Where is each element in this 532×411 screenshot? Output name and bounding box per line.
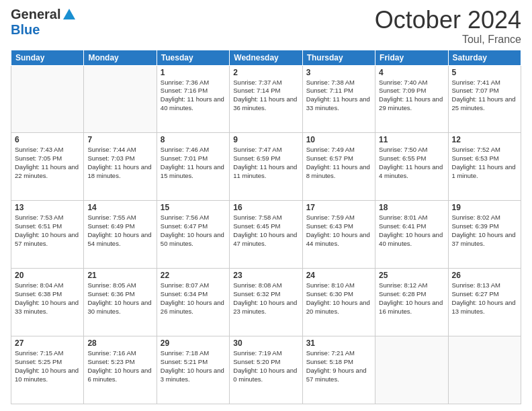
calendar-cell: 23Sunrise: 8:08 AM Sunset: 6:32 PM Dayli…	[230, 269, 302, 336]
month-title: October 2024	[375, 7, 521, 34]
calendar-cell	[448, 336, 521, 404]
day-info: Sunrise: 7:38 AM Sunset: 7:11 PM Dayligh…	[306, 79, 371, 113]
calendar-cell: 17Sunrise: 7:59 AM Sunset: 6:43 PM Dayli…	[302, 201, 375, 269]
day-number: 30	[233, 338, 298, 348]
calendar-cell: 20Sunrise: 8:04 AM Sunset: 6:38 PM Dayli…	[11, 269, 84, 336]
day-number: 29	[161, 338, 226, 348]
page: General Blue October 2024 Toul, France S…	[0, 0, 532, 411]
day-info: Sunrise: 7:46 AM Sunset: 7:01 PM Dayligh…	[161, 146, 226, 180]
week-row-4: 20Sunrise: 8:04 AM Sunset: 6:38 PM Dayli…	[11, 269, 521, 336]
calendar-cell: 5Sunrise: 7:41 AM Sunset: 7:07 PM Daylig…	[448, 65, 521, 133]
calendar-cell: 8Sunrise: 7:46 AM Sunset: 7:01 PM Daylig…	[157, 133, 229, 201]
day-number: 14	[87, 203, 152, 212]
day-info: Sunrise: 8:12 AM Sunset: 6:28 PM Dayligh…	[379, 281, 444, 316]
day-info: Sunrise: 7:41 AM Sunset: 7:07 PM Dayligh…	[452, 79, 517, 113]
day-number: 10	[306, 135, 371, 144]
day-info: Sunrise: 7:55 AM Sunset: 6:49 PM Dayligh…	[87, 214, 152, 248]
day-number: 26	[452, 271, 517, 280]
day-info: Sunrise: 8:07 AM Sunset: 6:34 PM Dayligh…	[161, 281, 226, 316]
day-info: Sunrise: 7:36 AM Sunset: 7:16 PM Dayligh…	[161, 79, 226, 113]
day-info: Sunrise: 7:19 AM Sunset: 5:20 PM Dayligh…	[233, 349, 298, 383]
day-number: 21	[87, 271, 152, 280]
calendar-cell: 3Sunrise: 7:38 AM Sunset: 7:11 PM Daylig…	[302, 65, 375, 133]
header-thursday: Thursday	[302, 50, 375, 65]
calendar: Sunday Monday Tuesday Wednesday Thursday…	[11, 50, 521, 404]
week-row-5: 27Sunrise: 7:15 AM Sunset: 5:25 PM Dayli…	[11, 336, 521, 404]
calendar-cell: 26Sunrise: 8:13 AM Sunset: 6:27 PM Dayli…	[448, 269, 521, 336]
day-number: 16	[233, 203, 298, 212]
day-info: Sunrise: 7:16 AM Sunset: 5:23 PM Dayligh…	[87, 349, 152, 383]
day-number: 28	[87, 338, 152, 348]
calendar-cell: 1Sunrise: 7:36 AM Sunset: 7:16 PM Daylig…	[157, 65, 229, 133]
day-info: Sunrise: 7:40 AM Sunset: 7:09 PM Dayligh…	[379, 79, 444, 113]
day-info: Sunrise: 7:37 AM Sunset: 7:14 PM Dayligh…	[233, 79, 298, 113]
calendar-cell: 29Sunrise: 7:18 AM Sunset: 5:21 PM Dayli…	[157, 336, 229, 404]
calendar-cell: 28Sunrise: 7:16 AM Sunset: 5:23 PM Dayli…	[84, 336, 157, 404]
day-info: Sunrise: 7:56 AM Sunset: 6:47 PM Dayligh…	[161, 214, 226, 248]
calendar-cell: 30Sunrise: 7:19 AM Sunset: 5:20 PM Dayli…	[230, 336, 302, 404]
day-number: 23	[233, 271, 298, 280]
calendar-cell: 31Sunrise: 7:21 AM Sunset: 5:18 PM Dayli…	[302, 336, 375, 404]
logo-blue-text: Blue	[11, 22, 40, 37]
day-number: 5	[452, 68, 517, 77]
day-info: Sunrise: 7:15 AM Sunset: 5:25 PM Dayligh…	[15, 349, 80, 383]
calendar-cell: 6Sunrise: 7:43 AM Sunset: 7:05 PM Daylig…	[11, 133, 84, 201]
day-info: Sunrise: 7:53 AM Sunset: 6:51 PM Dayligh…	[15, 214, 80, 248]
calendar-cell: 16Sunrise: 7:58 AM Sunset: 6:45 PM Dayli…	[230, 201, 302, 269]
header-friday: Friday	[375, 50, 448, 65]
calendar-cell: 19Sunrise: 8:02 AM Sunset: 6:39 PM Dayli…	[448, 201, 521, 269]
day-number: 2	[233, 68, 298, 77]
day-number: 11	[379, 135, 444, 144]
week-row-2: 6Sunrise: 7:43 AM Sunset: 7:05 PM Daylig…	[11, 133, 521, 201]
day-info: Sunrise: 7:43 AM Sunset: 7:05 PM Dayligh…	[15, 146, 80, 180]
logo-general-text: General	[11, 7, 60, 22]
week-row-1: 1Sunrise: 7:36 AM Sunset: 7:16 PM Daylig…	[11, 65, 521, 133]
calendar-cell: 27Sunrise: 7:15 AM Sunset: 5:25 PM Dayli…	[11, 336, 84, 404]
calendar-cell: 11Sunrise: 7:50 AM Sunset: 6:55 PM Dayli…	[375, 133, 448, 201]
calendar-cell	[84, 65, 157, 133]
header-monday: Monday	[84, 50, 157, 65]
day-info: Sunrise: 7:58 AM Sunset: 6:45 PM Dayligh…	[233, 214, 298, 248]
day-number: 15	[161, 203, 226, 212]
day-info: Sunrise: 7:49 AM Sunset: 6:57 PM Dayligh…	[306, 146, 371, 180]
day-number: 27	[15, 338, 80, 348]
logo: General Blue	[11, 7, 77, 38]
day-info: Sunrise: 7:18 AM Sunset: 5:21 PM Dayligh…	[161, 349, 226, 383]
day-number: 1	[161, 68, 226, 77]
day-number: 17	[306, 203, 371, 212]
header-saturday: Saturday	[448, 50, 521, 65]
day-info: Sunrise: 8:13 AM Sunset: 6:27 PM Dayligh…	[452, 281, 517, 316]
day-info: Sunrise: 7:52 AM Sunset: 6:53 PM Dayligh…	[452, 146, 517, 180]
day-info: Sunrise: 8:08 AM Sunset: 6:32 PM Dayligh…	[233, 281, 298, 316]
day-number: 3	[306, 68, 371, 77]
logo-icon	[62, 7, 77, 22]
day-info: Sunrise: 7:59 AM Sunset: 6:43 PM Dayligh…	[306, 214, 371, 248]
day-number: 13	[15, 203, 80, 212]
calendar-cell: 7Sunrise: 7:44 AM Sunset: 7:03 PM Daylig…	[84, 133, 157, 201]
day-number: 31	[306, 338, 371, 348]
weekday-header-row: Sunday Monday Tuesday Wednesday Thursday…	[11, 50, 521, 65]
day-info: Sunrise: 7:44 AM Sunset: 7:03 PM Dayligh…	[87, 146, 152, 180]
day-info: Sunrise: 8:05 AM Sunset: 6:36 PM Dayligh…	[87, 281, 152, 316]
day-number: 25	[379, 271, 444, 280]
calendar-cell: 22Sunrise: 8:07 AM Sunset: 6:34 PM Dayli…	[157, 269, 229, 336]
header: General Blue October 2024 Toul, France	[11, 7, 521, 46]
day-number: 8	[161, 135, 226, 144]
calendar-cell: 14Sunrise: 7:55 AM Sunset: 6:49 PM Dayli…	[84, 201, 157, 269]
calendar-cell: 12Sunrise: 7:52 AM Sunset: 6:53 PM Dayli…	[448, 133, 521, 201]
header-wednesday: Wednesday	[230, 50, 302, 65]
day-info: Sunrise: 8:01 AM Sunset: 6:41 PM Dayligh…	[379, 214, 444, 248]
calendar-cell	[11, 65, 84, 133]
week-row-3: 13Sunrise: 7:53 AM Sunset: 6:51 PM Dayli…	[11, 201, 521, 269]
location: Toul, France	[375, 34, 521, 46]
calendar-cell: 15Sunrise: 7:56 AM Sunset: 6:47 PM Dayli…	[157, 201, 229, 269]
day-number: 6	[15, 135, 80, 144]
calendar-cell: 24Sunrise: 8:10 AM Sunset: 6:30 PM Dayli…	[302, 269, 375, 336]
header-tuesday: Tuesday	[157, 50, 229, 65]
day-info: Sunrise: 8:10 AM Sunset: 6:30 PM Dayligh…	[306, 281, 371, 316]
day-info: Sunrise: 7:50 AM Sunset: 6:55 PM Dayligh…	[379, 146, 444, 180]
day-number: 18	[379, 203, 444, 212]
day-number: 4	[379, 68, 444, 77]
day-number: 24	[306, 271, 371, 280]
svg-marker-0	[63, 9, 75, 19]
